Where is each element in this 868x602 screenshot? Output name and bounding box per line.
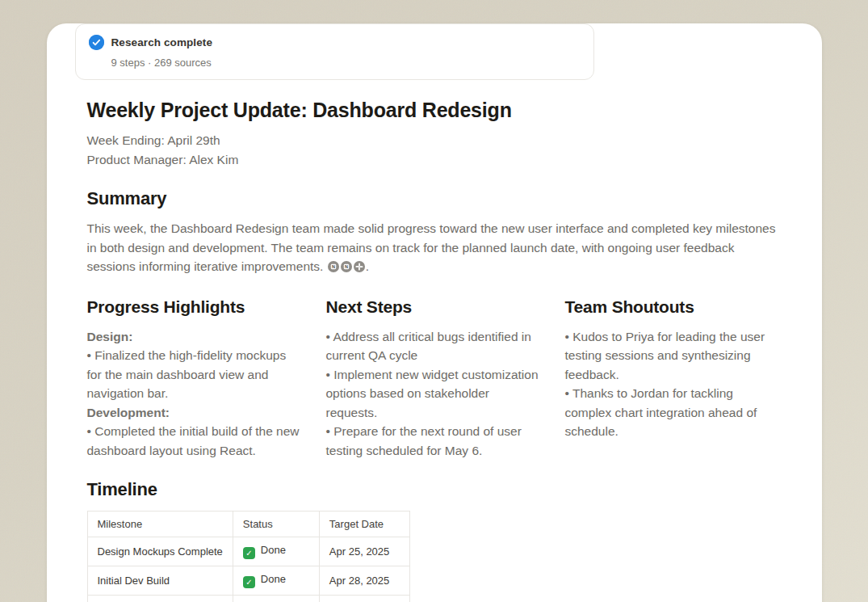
list-item: • Completed the initial build of the new… xyxy=(87,422,304,460)
target-date-cell: Apr 25, 2025 xyxy=(319,537,409,566)
table-row: Design Mockups Complete ✓Done Apr 25, 20… xyxy=(87,537,409,566)
summary-text: This week, the Dashboard Redesign team m… xyxy=(87,221,776,273)
list-item: • Implement new widget customization opt… xyxy=(326,365,543,423)
milestone-column-header: Milestone xyxy=(87,511,233,537)
svg-text:N: N xyxy=(332,264,335,269)
team-shoutouts-column: Team Shoutouts • Kudos to Priya for lead… xyxy=(565,297,782,461)
list-item: • Address all critical bugs identified i… xyxy=(326,327,543,365)
target-date-cell: May 2, 2025 xyxy=(319,596,409,602)
research-complete-check-icon xyxy=(89,35,104,50)
target-date-column-header: Target Date xyxy=(319,511,409,537)
list-item: Development: xyxy=(87,403,304,423)
research-status-title: Research complete xyxy=(111,36,213,48)
list-item: • Prepare for the next round of user tes… xyxy=(326,422,543,460)
status-label: Done xyxy=(261,573,286,585)
svg-text:N: N xyxy=(345,264,348,269)
next-steps-heading: Next Steps xyxy=(326,297,543,318)
list-item: • Kudos to Priya for leading the user te… xyxy=(565,327,782,385)
list-item: • Finalized the high-fidelity mockups fo… xyxy=(87,346,304,403)
status-cell: ✓Done xyxy=(233,566,319,596)
summary-suffix: . xyxy=(366,259,369,273)
team-shoutouts-heading: Team Shoutouts xyxy=(565,297,782,318)
status-cell: ✓Done xyxy=(233,537,319,566)
product-manager-line: Product Manager: Alex Kim xyxy=(87,150,782,170)
done-checkbox-icon: ✓ xyxy=(243,576,255,588)
page-title: Weekly Project Update: Dashboard Redesig… xyxy=(87,98,782,122)
milestone-cell: Initial Dev Build xyxy=(87,566,233,596)
doc-meta: Week Ending: April 29th Product Manager:… xyxy=(87,131,782,169)
research-status-meta: 9 steps · 269 sources xyxy=(111,57,581,69)
document-card: Research complete 9 steps · 269 sources … xyxy=(47,23,822,602)
list-item: Design: xyxy=(87,327,304,347)
research-status-card[interactable]: Research complete 9 steps · 269 sources xyxy=(75,23,594,80)
progress-highlights-column: Progress Highlights Design: • Finalized … xyxy=(87,297,304,461)
page-background: { "colors":{"accent":"#2383e2","success_… xyxy=(0,0,868,602)
target-date-cell: Apr 28, 2025 xyxy=(319,566,409,596)
status-cell: ✓In Progress xyxy=(233,596,319,602)
week-ending-line: Week Ending: April 29th xyxy=(87,131,782,150)
three-column-section: Progress Highlights Design: • Finalized … xyxy=(87,297,782,461)
status-label: Done xyxy=(261,544,286,556)
milestone-cell: Design Mockups Complete xyxy=(87,537,233,566)
list-item: • Thanks to Jordan for tackling complex … xyxy=(565,384,782,441)
citation-notion-icon[interactable]: N xyxy=(328,261,339,272)
table-row: QA Round 1 ✓In Progress May 2, 2025 xyxy=(87,596,409,602)
timeline-heading: Timeline xyxy=(87,478,782,500)
milestone-cell: QA Round 1 xyxy=(87,596,233,602)
summary-heading: Summary xyxy=(87,187,782,209)
citation-notion-icon[interactable]: N xyxy=(341,261,352,272)
status-column-header: Status xyxy=(233,511,319,537)
progress-highlights-heading: Progress Highlights xyxy=(87,297,304,318)
next-steps-column: Next Steps • Address all critical bugs i… xyxy=(326,297,543,461)
table-row: Initial Dev Build ✓Done Apr 28, 2025 xyxy=(87,566,409,596)
done-checkbox-icon: ✓ xyxy=(243,547,255,559)
timeline-table: Milestone Status Target Date Design Mock… xyxy=(87,511,410,602)
summary-paragraph: This week, the Dashboard Redesign team m… xyxy=(87,219,782,276)
table-header-row: Milestone Status Target Date xyxy=(87,511,409,537)
citation-slack-icon[interactable] xyxy=(354,261,365,272)
